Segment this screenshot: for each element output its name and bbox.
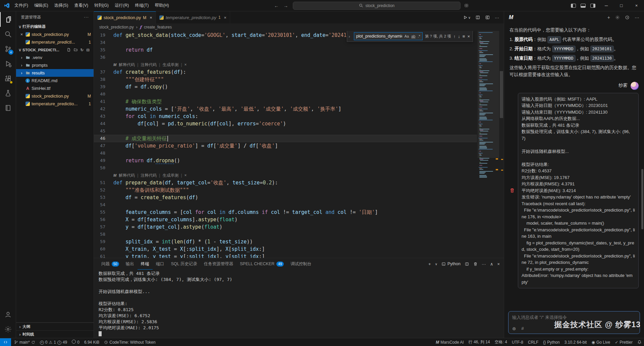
activity-testing[interactable]	[0, 86, 16, 101]
code-line-47[interactable]: 47 df['volume_price_ratio'] = df['成交量'] …	[94, 142, 477, 150]
codetime[interactable]: CodeTime: Without Token	[102, 338, 158, 346]
code-line-58[interactable]: 58	[94, 231, 477, 238]
find-in-selection-icon[interactable]: ≡	[463, 34, 465, 39]
line-number[interactable]: 51	[94, 179, 113, 186]
tab-temperature_prediction.py[interactable]: temperature_prediction.py1×	[156, 11, 230, 23]
breadcrumb-symbol[interactable]: create_features	[144, 25, 172, 30]
menu-item[interactable]: 转到(G)	[91, 0, 112, 11]
maximize-button[interactable]: □	[614, 0, 629, 11]
new-folder-icon[interactable]	[73, 48, 78, 52]
tree-item-temperature-predictio-[interactable]: temperature_predictio...1	[16, 100, 94, 108]
menu-item[interactable]: 终端(T)	[132, 0, 152, 11]
codelens-close[interactable]: ×	[184, 61, 187, 68]
project-header[interactable]: ∨ STOCK_PREDICTI... ↻ ⊟	[16, 46, 94, 54]
close-find-icon[interactable]: ×	[467, 34, 470, 39]
panel-tab-终端[interactable]: 终端	[138, 258, 153, 270]
open-editor-item[interactable]: ×stock_prediction.pyM	[16, 31, 94, 38]
activity-explorer[interactable]	[0, 12, 16, 27]
chat-scrollbar[interactable]	[641, 169, 643, 229]
new-file-icon[interactable]	[66, 48, 71, 52]
code-line-43[interactable]: 43 for col in numeric_cols:	[94, 113, 477, 120]
marscode-ai[interactable]: MMarsCode AI	[433, 338, 466, 346]
find-input[interactable]: plot_predictions_dynamic Aa ab .*	[354, 32, 423, 40]
code-line-45[interactable]: 45	[94, 127, 477, 135]
tree-item-results[interactable]: ›results	[16, 69, 94, 77]
terminal-instance[interactable]: Python	[441, 262, 461, 266]
toggle-panel-icon[interactable]	[581, 4, 586, 8]
tree-item--venv[interactable]: ›.venv	[16, 54, 94, 61]
tree-item-readme-md[interactable]: iREADME.md	[16, 77, 94, 84]
code-line-37[interactable]: 37def create_features(df):	[94, 68, 477, 76]
line-number[interactable]: 43	[94, 113, 113, 120]
line-number[interactable]: 42	[94, 105, 113, 113]
more-actions-icon[interactable]: ···	[495, 15, 499, 20]
match-case-icon[interactable]: Aa	[405, 34, 409, 38]
line-number[interactable]: 38	[94, 76, 113, 83]
kill-terminal-icon[interactable]	[473, 262, 478, 266]
code-line-39[interactable]: 39 df = df.copy()	[94, 83, 477, 91]
go-live[interactable]: ◉Go Live	[589, 338, 612, 346]
timeline-section[interactable]: › 时间线	[16, 330, 94, 338]
code-line-35[interactable]: 35 return df	[94, 46, 477, 54]
split-editor-icon[interactable]	[475, 15, 480, 20]
editor-scrollbar[interactable]	[499, 31, 504, 258]
new-terminal-icon[interactable]: +	[428, 262, 431, 267]
terminal-profile-dropdown-icon[interactable]: ∨	[435, 262, 437, 266]
codelens-action[interactable]: 生成单测	[162, 61, 178, 68]
terminal-output[interactable]: 数据获取完成，共 481 条记录数据预处理完成，训练集大小: (384, 7),…	[94, 270, 504, 338]
code-line-53[interactable]: 53 df = create_features(df)	[94, 194, 477, 201]
activity-account[interactable]	[0, 307, 16, 322]
minimize-button[interactable]: ─	[599, 0, 614, 11]
notifications[interactable]	[635, 338, 644, 346]
git-branch[interactable]: main*	[12, 338, 38, 346]
python-version[interactable]: 3.10.2 64-bit	[562, 338, 589, 346]
line-number[interactable]: 41	[94, 98, 113, 105]
activity-source-control[interactable]: 4	[0, 42, 16, 56]
back-icon[interactable]: ←	[274, 3, 279, 8]
code-lines[interactable]: 19def get_stock_data(stock_code='GOOGL',…	[94, 32, 477, 258]
run-button[interactable]: ∨	[463, 15, 471, 20]
code-line-38[interactable]: 38 """创建特征"""	[94, 76, 477, 83]
tree-item-simhei-ttf[interactable]: ASimHei.ttf	[16, 84, 94, 92]
delete-message-icon[interactable]	[509, 188, 516, 193]
outline-section[interactable]: › 大纲	[16, 323, 94, 330]
line-number[interactable]: 48	[94, 150, 113, 157]
code-line-50[interactable]: 50	[94, 164, 477, 172]
line-number[interactable]: 49	[94, 157, 113, 164]
forward-icon[interactable]: →	[283, 3, 288, 8]
line-number[interactable]: 61	[94, 253, 113, 258]
encoding[interactable]: UTF-8	[509, 338, 526, 346]
line-number[interactable]: 53	[94, 194, 113, 201]
command-center[interactable]: stock_prediction	[293, 2, 461, 10]
code-line-57[interactable]: 57 y = df[target_col].astype(float)	[94, 223, 477, 231]
panel-tab-输出[interactable]: 输出	[122, 258, 138, 270]
customize-layout-icon[interactable]	[485, 15, 490, 20]
panel-tab-端口[interactable]: 端口	[153, 258, 168, 270]
activity-extensions[interactable]	[0, 71, 16, 86]
whole-word-icon[interactable]: ab	[411, 34, 415, 38]
close-panel-icon[interactable]: ×	[497, 262, 500, 267]
code-line-36[interactable]: 36	[94, 54, 477, 61]
line-number[interactable]: 40	[94, 91, 113, 98]
problems[interactable]: ×0⚠1i49	[38, 338, 70, 346]
indentation[interactable]: 空格: 4	[492, 338, 509, 346]
tree-item-prompts[interactable]: ›prompts	[16, 61, 94, 69]
code-line-55[interactable]: 55 feature_columns = [col for col in df.…	[94, 209, 477, 216]
collapse-all-icon[interactable]: ⊟	[86, 48, 90, 52]
prettier[interactable]: ✓Prettier	[612, 338, 635, 346]
line-number[interactable]: 55	[94, 209, 113, 216]
panel-tab-调试控制台[interactable]: 调试控制台	[287, 258, 315, 270]
eol[interactable]: CRLF	[526, 338, 541, 346]
line-number[interactable]: 47	[94, 142, 113, 150]
panel-tab-SQL 历史记录[interactable]: SQL 历史记录	[168, 258, 201, 270]
tab-close-icon[interactable]: ×	[224, 15, 227, 20]
code-line-51[interactable]: 51def prepare_data(df, target_col='收盘', …	[94, 179, 477, 186]
toggle-secondary-sidebar-icon[interactable]	[590, 4, 595, 8]
line-number[interactable]: 58	[94, 231, 113, 238]
maximize-panel-icon[interactable]: ∧	[490, 262, 493, 267]
activity-notebook[interactable]	[0, 101, 16, 115]
chat-history-icon[interactable]	[625, 15, 630, 20]
line-number[interactable]: 35	[94, 46, 113, 54]
network-usage[interactable]: 6.94 KiB	[82, 338, 102, 346]
menu-item[interactable]: 编辑(E)	[31, 0, 51, 11]
